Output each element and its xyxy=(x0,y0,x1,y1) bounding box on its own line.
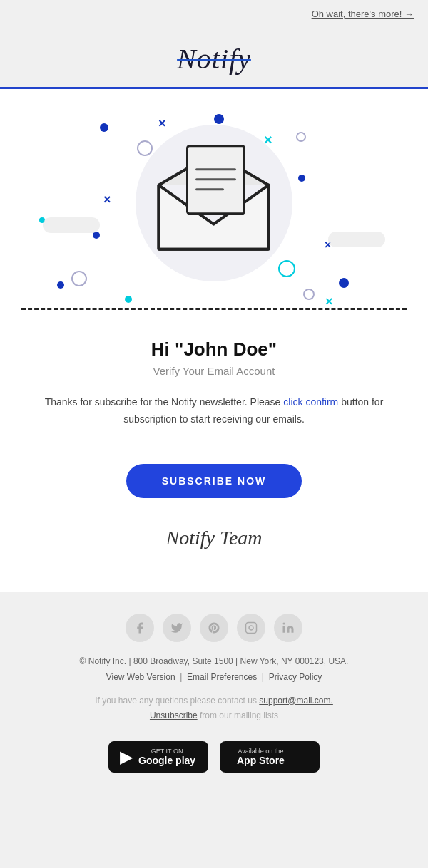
dashed-separator xyxy=(21,308,407,310)
cta-container: SUBSCRIBE NOW xyxy=(0,464,428,498)
decor-dot-outline xyxy=(137,140,153,156)
signature: Notify Team xyxy=(0,520,428,564)
highlight-text: click confirm xyxy=(283,396,338,408)
social-icon-linkedin[interactable] xyxy=(274,614,302,642)
decor-dot xyxy=(100,123,108,132)
footer-address: © Notify Inc. | 800 Broadway, Suite 1500… xyxy=(14,656,414,666)
footer-unsubscribe[interactable]: Unsubscribe xyxy=(150,711,198,720)
body-text: Thanks for subscribe for the Notify news… xyxy=(29,394,399,428)
app-buttons: ▶ GET IT ON Google play Available on the… xyxy=(14,741,414,773)
footer-link-email-prefs[interactable]: Email Preferences xyxy=(187,672,257,682)
footer-link-web[interactable]: View Web Version xyxy=(106,672,175,682)
footer-link-privacy[interactable]: Privacy Policy xyxy=(269,672,322,682)
decor-pill xyxy=(328,232,385,247)
google-play-button[interactable]: ▶ GET IT ON Google play xyxy=(108,741,208,773)
app-store-button[interactable]: Available on the App Store xyxy=(220,741,320,773)
decor-dot-outline xyxy=(296,132,306,142)
decor-dot-outline xyxy=(303,289,315,300)
decor-dot-outline xyxy=(71,271,87,286)
social-icons xyxy=(14,614,414,642)
footer-links: View Web Version | Email Preferences | P… xyxy=(14,672,414,682)
decor-dot xyxy=(339,278,349,288)
social-icon-twitter[interactable] xyxy=(163,614,191,642)
decor-dot-cyan xyxy=(125,296,132,303)
svg-rect-8 xyxy=(246,622,257,633)
social-icon-facebook[interactable] xyxy=(126,614,154,642)
google-play-icon: ▶ xyxy=(120,747,133,767)
social-icon-pinterest[interactable] xyxy=(200,614,228,642)
decor-cross-cyan: × xyxy=(325,294,333,309)
logo: Notify xyxy=(0,42,428,76)
subscribe-button[interactable]: SUBSCRIBE NOW xyxy=(126,464,302,498)
envelope-icon xyxy=(152,143,277,259)
social-icon-instagram[interactable] xyxy=(237,614,265,642)
google-play-top-label: GET IT ON xyxy=(138,748,195,755)
footer-contact-email[interactable]: support@mail.com. xyxy=(259,696,333,706)
decor-dot xyxy=(298,175,305,182)
top-bar: Oh wait, there's more! → xyxy=(0,0,428,28)
footer-unsubscribe-suffix: from our mailing lists xyxy=(198,711,278,720)
decor-dot-cyan-outline xyxy=(278,260,295,277)
greeting-text: Hi "John Doe" xyxy=(29,339,399,361)
decor-pill xyxy=(43,217,100,233)
app-store-top-label: Available on the xyxy=(237,748,285,755)
text-section: Hi "John Doe" Verify Your Email Account … xyxy=(0,317,428,464)
footer: © Notify Inc. | 800 Broadway, Suite 1500… xyxy=(0,592,428,787)
app-store-name: App Store xyxy=(237,755,285,766)
decor-dot xyxy=(214,114,224,124)
top-bar-link[interactable]: Oh wait, there's more! → xyxy=(312,9,414,19)
subheading-text: Verify Your Email Account xyxy=(29,365,399,377)
google-play-name: Google play xyxy=(138,755,195,766)
footer-contact-text: If you have any quetions please contact … xyxy=(95,696,257,706)
decor-cross: × xyxy=(103,192,111,207)
main-content: × × × × × xyxy=(0,89,428,592)
hero-illustration: × × × × × xyxy=(0,89,428,317)
svg-point-10 xyxy=(283,622,285,624)
decor-dot xyxy=(57,281,64,289)
logo-area: Notify xyxy=(0,28,428,87)
decor-cross: × xyxy=(158,116,166,131)
footer-contact: If you have any quetions please contact … xyxy=(14,693,414,724)
